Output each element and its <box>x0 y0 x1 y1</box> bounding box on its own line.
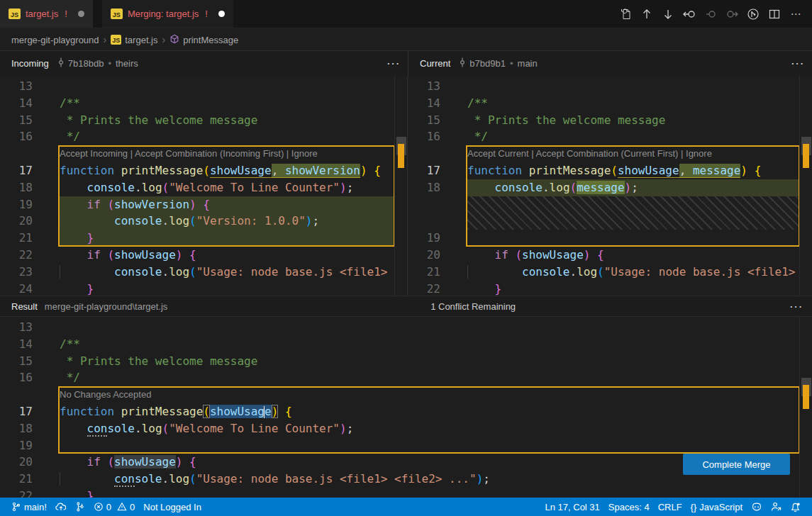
complete-merge-button[interactable]: Complete Merge <box>683 454 790 475</box>
line-number: 19 <box>0 196 60 213</box>
more-actions-icon[interactable]: ··· <box>791 58 805 69</box>
line-number <box>408 196 467 230</box>
line-number: 15 <box>0 353 60 370</box>
current-editor[interactable]: 1314/**15 * Prints the welcome message16… <box>408 76 812 296</box>
problems-item[interactable]: 0 0 <box>89 498 139 516</box>
code-line: 19 <box>0 437 812 454</box>
arrow-down-icon[interactable] <box>659 5 677 23</box>
code-line: 23 console.log("Usage: node base.js <fil… <box>0 264 407 281</box>
accounts-item[interactable] <box>767 502 786 512</box>
eol-item[interactable]: CRLF <box>654 502 686 512</box>
bell-dot-icon <box>790 502 801 512</box>
code-line: 22 if (showUsage) { <box>0 247 407 264</box>
commit-info: 7b18bdb <box>56 57 104 69</box>
modified-dot-icon[interactable] <box>218 11 225 17</box>
more-actions-icon[interactable]: ··· <box>790 301 803 312</box>
dot-separator: • <box>510 58 513 69</box>
merge-pane-headers: Incoming 7b18bdb • theirs ··· Current b7… <box>0 50 812 76</box>
tab-merging-target-js[interactable]: JS Merging: target.js ! <box>102 0 233 28</box>
git-commit-icon <box>56 57 66 69</box>
line-number: 13 <box>0 78 60 95</box>
code-line: 21 } <box>0 230 407 247</box>
conflict-marker[interactable] <box>398 144 404 168</box>
modified-dot-icon[interactable] <box>78 11 84 17</box>
line-number: 22 <box>0 247 60 264</box>
publish-changes-item[interactable] <box>51 498 71 516</box>
overview-ruler[interactable] <box>394 76 407 296</box>
code-line: 20 console.log("Version: 1.0.0"); <box>0 213 407 230</box>
line-number: 13 <box>408 78 467 95</box>
code-line: 20 if (showUsage) { <box>408 247 812 264</box>
breadcrumb-symbol[interactable]: printMessage <box>169 34 238 46</box>
line-number: 14 <box>0 95 60 112</box>
breadcrumb-folder[interactable]: merge-git-playground <box>11 35 99 45</box>
next-change-icon[interactable] <box>723 5 741 23</box>
current-ref: main <box>518 58 538 69</box>
overview-ruler[interactable] <box>799 76 812 296</box>
git-branch-item[interactable]: main! <box>7 498 51 516</box>
conflict-count: 1 Conflict Remaining <box>430 301 516 312</box>
line-number: 20 <box>0 454 60 471</box>
tab-bar: JS target.js ! JS Merging: target.js ! <box>0 0 812 28</box>
code-line: 19 if (showVersion) { <box>0 196 407 213</box>
incoming-editor[interactable]: 1314/**15 * Prints the welcome message16… <box>0 76 408 296</box>
conflict-marker[interactable] <box>803 385 809 409</box>
result-header: Result merge-git-playground\target.js 1 … <box>0 296 812 317</box>
conflict-marker[interactable] <box>803 144 809 168</box>
language-mode-item[interactable]: {} JavaScript <box>686 502 747 512</box>
more-actions-icon[interactable]: ··· <box>387 58 401 69</box>
line-number: 17 <box>0 403 60 420</box>
current-header: Current b7bd9b1 • main ··· <box>408 51 812 76</box>
symbol-method-icon <box>169 34 179 46</box>
open-file-icon[interactable] <box>616 5 635 23</box>
code-line: 16 */ <box>0 128 407 145</box>
chevron-right-icon: › <box>104 34 107 45</box>
notifications-item[interactable] <box>786 502 805 512</box>
indentation-item[interactable]: Spaces: 4 <box>604 502 654 512</box>
code-line: 15 * Prints the welcome message <box>0 353 812 370</box>
code-line: 13 <box>0 319 812 336</box>
line-number: 22 <box>408 281 467 296</box>
more-actions-icon[interactable]: ⋯ <box>786 5 805 23</box>
split-editor-icon[interactable] <box>765 5 784 23</box>
editor-toolbar: ⋯ <box>616 0 812 28</box>
line-number: 20 <box>0 213 60 230</box>
login-status-item[interactable]: Not Logged In <box>139 498 206 516</box>
javascript-file-icon: JS <box>111 9 123 19</box>
braces-icon: {} <box>691 502 697 512</box>
current-title: Current <box>420 58 450 69</box>
source-control-graph-item[interactable] <box>71 498 89 516</box>
line-number: 16 <box>0 369 60 386</box>
copilot-icon <box>751 502 762 512</box>
breadcrumb-file[interactable]: JS target.js <box>111 35 157 45</box>
warning-icon <box>117 502 127 512</box>
code-line: 18 console.log("Welcome To Line Counter"… <box>0 179 407 196</box>
overview-ruler[interactable] <box>799 317 812 498</box>
tab-label: Merging: target.js <box>128 9 199 19</box>
code-line: 22 } <box>0 488 812 498</box>
code-line: 17function printMessage(showUsage) { <box>0 403 812 420</box>
incoming-title: Incoming <box>11 58 49 69</box>
copilot-item[interactable] <box>747 502 767 512</box>
code-line: 15 * Prints the welcome message <box>0 112 407 129</box>
cursor-position-item[interactable]: Ln 17, Col 31 <box>540 502 604 512</box>
code-line: 21 console.log("Usage: node base.js <fil… <box>408 264 812 281</box>
javascript-file-icon: JS <box>9 9 21 19</box>
line-number <box>408 145 467 162</box>
code-line: 14/** <box>0 95 407 112</box>
tab-target-js[interactable]: JS target.js ! <box>0 0 93 28</box>
arrow-up-icon[interactable] <box>638 5 656 23</box>
line-number: 20 <box>408 247 467 264</box>
result-file-path: merge-git-playground\target.js <box>45 301 167 312</box>
merge-actions-codelens[interactable]: No Changes Accepted <box>0 386 812 403</box>
merge-actions-codelens[interactable]: Accept Current | Accept Combination (Cur… <box>408 145 812 162</box>
code-line: 13 <box>408 78 812 95</box>
merge-actions-codelens[interactable]: Accept Incoming | Accept Combination (In… <box>0 145 407 162</box>
code-line: 16 */ <box>0 369 812 386</box>
incoming-ref: theirs <box>116 58 138 69</box>
previous-conflict-icon[interactable] <box>680 5 699 23</box>
merge-base-icon[interactable] <box>744 5 762 23</box>
previous-change-icon[interactable] <box>701 5 720 23</box>
git-commit-icon <box>457 57 467 69</box>
code-line: 13 <box>0 78 407 95</box>
